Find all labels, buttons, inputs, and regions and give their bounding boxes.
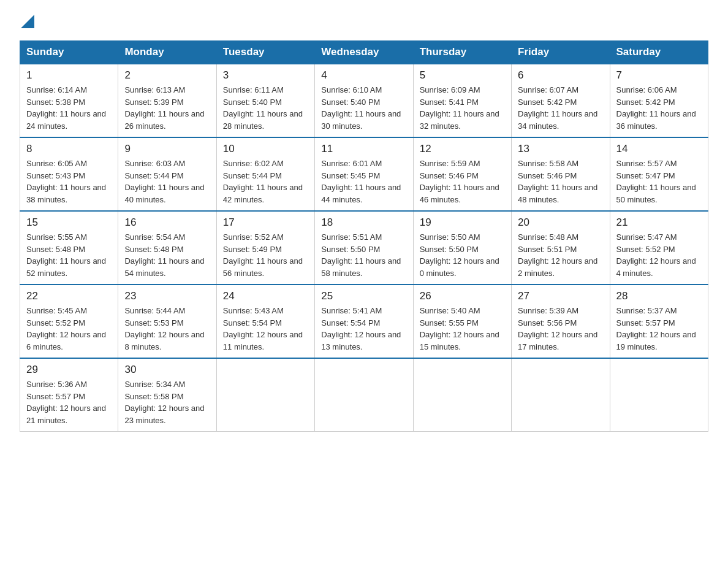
calendar-table: SundayMondayTuesdayWednesdayThursdayFrid… (20, 40, 708, 432)
day-info: Sunrise: 5:52 AMSunset: 5:49 PMDaylight:… (223, 231, 308, 279)
calendar-day-cell: 7Sunrise: 6:06 AMSunset: 5:42 PMDaylight… (610, 64, 708, 137)
day-info: Sunrise: 6:07 AMSunset: 5:42 PMDaylight:… (518, 84, 603, 132)
day-number: 27 (518, 290, 603, 302)
day-number: 28 (616, 290, 702, 302)
day-number: 21 (616, 216, 702, 229)
calendar-day-cell: 6Sunrise: 6:07 AMSunset: 5:42 PMDaylight… (512, 64, 610, 137)
day-number: 7 (616, 69, 702, 82)
day-number: 10 (223, 143, 308, 155)
day-info: Sunrise: 5:57 AMSunset: 5:47 PMDaylight:… (616, 158, 702, 205)
day-number: 9 (124, 143, 210, 155)
calendar-day-cell: 10Sunrise: 6:02 AMSunset: 5:44 PMDayligh… (216, 137, 314, 211)
calendar-day-cell: 29Sunrise: 5:36 AMSunset: 5:57 PMDayligh… (20, 358, 118, 432)
calendar-day-cell: 16Sunrise: 5:54 AMSunset: 5:48 PMDayligh… (118, 211, 216, 285)
day-number: 15 (26, 216, 112, 229)
day-info: Sunrise: 6:09 AMSunset: 5:41 PMDaylight:… (420, 84, 505, 132)
calendar-day-cell: 21Sunrise: 5:47 AMSunset: 5:52 PMDayligh… (610, 211, 708, 285)
calendar-header-thursday: Thursday (413, 41, 511, 64)
day-info: Sunrise: 6:01 AMSunset: 5:45 PMDaylight:… (321, 158, 406, 205)
day-info: Sunrise: 5:50 AMSunset: 5:50 PMDaylight:… (420, 231, 505, 279)
day-number: 24 (223, 290, 308, 302)
day-number: 16 (124, 216, 210, 229)
calendar-day-cell: 22Sunrise: 5:45 AMSunset: 5:52 PMDayligh… (20, 285, 118, 358)
day-number: 14 (616, 143, 702, 155)
calendar-header-wednesday: Wednesday (315, 41, 413, 64)
calendar-day-cell: 30Sunrise: 5:34 AMSunset: 5:58 PMDayligh… (118, 358, 216, 432)
page-header (20, 15, 708, 31)
calendar-day-cell: 26Sunrise: 5:40 AMSunset: 5:55 PMDayligh… (413, 285, 511, 358)
day-info: Sunrise: 5:54 AMSunset: 5:48 PMDaylight:… (124, 231, 210, 279)
calendar-week-row: 8Sunrise: 6:05 AMSunset: 5:43 PMDaylight… (20, 137, 708, 211)
day-number: 18 (321, 216, 406, 229)
logo-triangle-icon (21, 15, 34, 28)
calendar-header-tuesday: Tuesday (216, 41, 314, 64)
day-info: Sunrise: 5:58 AMSunset: 5:46 PMDaylight:… (518, 158, 603, 205)
day-info: Sunrise: 6:14 AMSunset: 5:38 PMDaylight:… (26, 84, 112, 132)
day-info: Sunrise: 6:11 AMSunset: 5:40 PMDaylight:… (223, 84, 308, 132)
calendar-day-cell: 3Sunrise: 6:11 AMSunset: 5:40 PMDaylight… (216, 64, 314, 137)
day-info: Sunrise: 6:13 AMSunset: 5:39 PMDaylight:… (124, 84, 210, 132)
calendar-week-row: 29Sunrise: 5:36 AMSunset: 5:57 PMDayligh… (20, 358, 708, 432)
calendar-day-cell: 18Sunrise: 5:51 AMSunset: 5:50 PMDayligh… (315, 211, 413, 285)
calendar-header-sunday: Sunday (20, 41, 118, 64)
day-number: 30 (124, 364, 210, 376)
calendar-day-cell: 24Sunrise: 5:43 AMSunset: 5:54 PMDayligh… (216, 285, 314, 358)
calendar-empty-cell (315, 358, 413, 432)
day-number: 25 (321, 290, 406, 302)
day-info: Sunrise: 5:55 AMSunset: 5:48 PMDaylight:… (26, 231, 112, 279)
day-info: Sunrise: 5:34 AMSunset: 5:58 PMDaylight:… (124, 378, 210, 426)
calendar-day-cell: 20Sunrise: 5:48 AMSunset: 5:51 PMDayligh… (512, 211, 610, 285)
day-info: Sunrise: 6:02 AMSunset: 5:44 PMDaylight:… (223, 158, 308, 205)
day-info: Sunrise: 5:37 AMSunset: 5:57 PMDaylight:… (616, 305, 702, 353)
calendar-empty-cell (512, 358, 610, 432)
calendar-empty-cell (413, 358, 511, 432)
calendar-day-cell: 19Sunrise: 5:50 AMSunset: 5:50 PMDayligh… (413, 211, 511, 285)
day-number: 29 (26, 364, 112, 376)
calendar-day-cell: 15Sunrise: 5:55 AMSunset: 5:48 PMDayligh… (20, 211, 118, 285)
calendar-header-monday: Monday (118, 41, 216, 64)
calendar-day-cell: 2Sunrise: 6:13 AMSunset: 5:39 PMDaylight… (118, 64, 216, 137)
day-info: Sunrise: 6:06 AMSunset: 5:42 PMDaylight:… (616, 84, 702, 132)
day-number: 13 (518, 143, 603, 155)
day-number: 19 (420, 216, 505, 229)
calendar-day-cell: 4Sunrise: 6:10 AMSunset: 5:40 PMDaylight… (315, 64, 413, 137)
day-info: Sunrise: 5:36 AMSunset: 5:57 PMDaylight:… (26, 378, 112, 426)
calendar-week-row: 22Sunrise: 5:45 AMSunset: 5:52 PMDayligh… (20, 285, 708, 358)
day-number: 12 (420, 143, 505, 155)
day-info: Sunrise: 5:44 AMSunset: 5:53 PMDaylight:… (124, 305, 210, 353)
day-number: 5 (420, 69, 505, 82)
day-info: Sunrise: 5:51 AMSunset: 5:50 PMDaylight:… (321, 231, 406, 279)
day-info: Sunrise: 6:05 AMSunset: 5:43 PMDaylight:… (26, 158, 112, 205)
day-info: Sunrise: 5:47 AMSunset: 5:52 PMDaylight:… (616, 231, 702, 279)
calendar-day-cell: 1Sunrise: 6:14 AMSunset: 5:38 PMDaylight… (20, 64, 118, 137)
logo (20, 15, 34, 31)
day-number: 1 (26, 69, 112, 82)
day-number: 6 (518, 69, 603, 82)
calendar-day-cell: 25Sunrise: 5:41 AMSunset: 5:54 PMDayligh… (315, 285, 413, 358)
day-info: Sunrise: 5:39 AMSunset: 5:56 PMDaylight:… (518, 305, 603, 353)
calendar-empty-cell (216, 358, 314, 432)
day-number: 11 (321, 143, 406, 155)
day-info: Sunrise: 5:40 AMSunset: 5:55 PMDaylight:… (420, 305, 505, 353)
day-number: 26 (420, 290, 505, 302)
calendar-day-cell: 23Sunrise: 5:44 AMSunset: 5:53 PMDayligh… (118, 285, 216, 358)
calendar-day-cell: 9Sunrise: 6:03 AMSunset: 5:44 PMDaylight… (118, 137, 216, 211)
calendar-header-saturday: Saturday (610, 41, 708, 64)
calendar-empty-cell (610, 358, 708, 432)
day-info: Sunrise: 6:10 AMSunset: 5:40 PMDaylight:… (321, 84, 406, 132)
calendar-day-cell: 27Sunrise: 5:39 AMSunset: 5:56 PMDayligh… (512, 285, 610, 358)
calendar-day-cell: 17Sunrise: 5:52 AMSunset: 5:49 PMDayligh… (216, 211, 314, 285)
calendar-header-friday: Friday (512, 41, 610, 64)
calendar-header-row: SundayMondayTuesdayWednesdayThursdayFrid… (20, 41, 708, 64)
day-number: 17 (223, 216, 308, 229)
day-info: Sunrise: 6:03 AMSunset: 5:44 PMDaylight:… (124, 158, 210, 205)
calendar-day-cell: 13Sunrise: 5:58 AMSunset: 5:46 PMDayligh… (512, 137, 610, 211)
day-number: 23 (124, 290, 210, 302)
day-number: 20 (518, 216, 603, 229)
day-number: 4 (321, 69, 406, 82)
day-info: Sunrise: 5:43 AMSunset: 5:54 PMDaylight:… (223, 305, 308, 353)
day-number: 3 (223, 69, 308, 82)
day-number: 2 (124, 69, 210, 82)
calendar-day-cell: 12Sunrise: 5:59 AMSunset: 5:46 PMDayligh… (413, 137, 511, 211)
calendar-day-cell: 14Sunrise: 5:57 AMSunset: 5:47 PMDayligh… (610, 137, 708, 211)
